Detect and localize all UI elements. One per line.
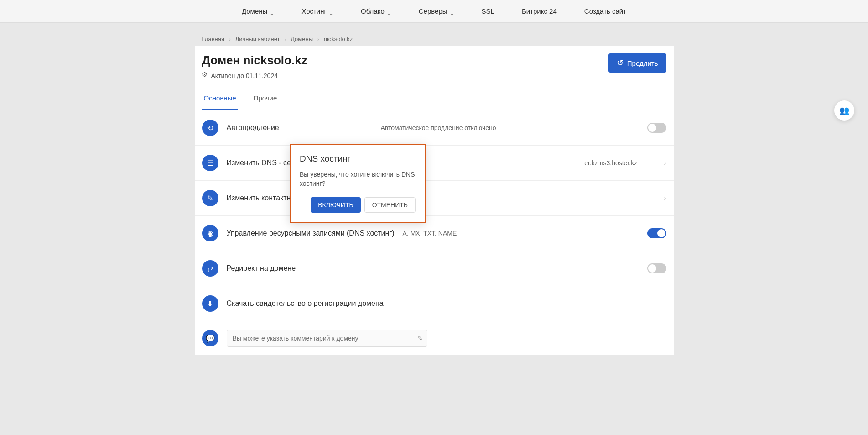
modal-cancel-button[interactable]: ОТМЕНИТЬ xyxy=(364,197,416,213)
domain-status: Активен до 01.11.2024 xyxy=(202,72,307,79)
server-icon: ☰ xyxy=(202,155,218,171)
toggle-autorenew[interactable] xyxy=(647,123,666,133)
nav-cloud[interactable]: Облако xyxy=(361,7,391,15)
setting-label: Скачать свидетельство о регистрации доме… xyxy=(227,299,666,308)
setting-label: Автопродление xyxy=(227,124,373,132)
nav-label: SSL xyxy=(482,7,494,15)
comment-input[interactable] xyxy=(227,330,427,347)
breadcrumb-account[interactable]: Личный кабинет xyxy=(235,36,280,42)
renew-icon xyxy=(617,58,624,68)
nav-label: Облако xyxy=(361,7,385,15)
nav-label: Создать сайт xyxy=(584,7,626,15)
renew-button[interactable]: Продлить xyxy=(608,53,666,73)
nav-bitrix[interactable]: Битрикс 24 xyxy=(522,7,557,15)
setting-dns-servers[interactable]: ☰ Изменить DNS - серверы er.kz ns3.hoste… xyxy=(195,146,674,181)
nav-label: Домены xyxy=(242,7,267,15)
top-navigation: Домены Хостинг Облако Серверы SSL Битрик… xyxy=(0,0,868,23)
chevron-down-icon xyxy=(387,10,391,13)
tabs: Основные Прочие xyxy=(195,87,674,110)
toggle-dns-hosting[interactable] xyxy=(647,228,666,238)
edit-icon: ✎ xyxy=(202,190,218,206)
setting-value: Автоматическое продление отключено xyxy=(381,124,639,131)
setting-label: Редирект на домене xyxy=(227,264,639,273)
modal-confirm-button[interactable]: ВКЛЮЧИТЬ xyxy=(311,197,361,213)
comment-icon: 💬 xyxy=(202,330,218,346)
chevron-right-icon: › xyxy=(284,37,286,42)
setting-redirect: ⇄ Редирект на домене xyxy=(195,251,674,286)
setting-value: A, MX, TXT, NAME xyxy=(403,230,639,237)
setting-label: Управление ресурсными записями (DNS хост… xyxy=(227,229,395,237)
status-text: Активен до 01.11.2024 xyxy=(211,72,278,79)
person-icon: 👥 xyxy=(839,105,849,115)
modal-actions: ВКЛЮЧИТЬ ОТМЕНИТЬ xyxy=(300,197,416,213)
refresh-icon: ⟲ xyxy=(202,120,218,136)
nav-hosting[interactable]: Хостинг xyxy=(301,7,333,15)
modal-title: DNS хостинг xyxy=(300,154,416,164)
setting-download-cert[interactable]: ⬇ Скачать свидетельство о регистрации до… xyxy=(195,286,674,321)
page-header: Домен nicksolo.kz Активен до 01.11.2024 … xyxy=(195,46,674,87)
page-title: Домен nicksolo.kz xyxy=(202,53,307,68)
pencil-icon[interactable]: ✎ xyxy=(417,335,423,342)
renew-label: Продлить xyxy=(627,59,658,67)
chevron-right-icon: › xyxy=(664,159,666,167)
nav-label: Битрикс 24 xyxy=(522,7,557,15)
redirect-icon: ⇄ xyxy=(202,260,218,277)
modal-text: Вы уверены, что хотите включить DNS хост… xyxy=(300,170,416,188)
breadcrumb-current: nicksolo.kz xyxy=(324,36,353,42)
nav-servers[interactable]: Серверы xyxy=(419,7,454,15)
setting-autorenew: ⟲ Автопродление Автоматическое продление… xyxy=(195,110,674,146)
nav-label: Серверы xyxy=(419,7,447,15)
toggle-redirect[interactable] xyxy=(647,263,666,273)
setting-contact-data[interactable]: ✎ Изменить контактные данные владельца › xyxy=(195,181,674,216)
breadcrumb: Главная › Личный кабинет › Домены › nick… xyxy=(195,32,674,46)
chevron-down-icon xyxy=(270,10,274,13)
chevron-right-icon: › xyxy=(664,194,666,202)
content-container: Главная › Личный кабинет › Домены › nick… xyxy=(195,23,674,364)
breadcrumb-domains[interactable]: Домены xyxy=(291,36,313,42)
dns-hosting-modal: DNS хостинг Вы уверены, что хотите включ… xyxy=(290,144,426,223)
breadcrumb-home[interactable]: Главная xyxy=(202,36,224,42)
chevron-right-icon: › xyxy=(317,37,319,42)
nav-create-site[interactable]: Создать сайт xyxy=(584,7,626,15)
main-panel: Основные Прочие ⟲ Автопродление Автомати… xyxy=(195,87,674,355)
setting-dns-hosting: ◉ Управление ресурсными записями (DNS хо… xyxy=(195,216,674,251)
chevron-right-icon: › xyxy=(229,37,231,42)
chevron-down-icon xyxy=(329,10,333,13)
tab-other[interactable]: Прочие xyxy=(252,87,279,110)
nav-ssl[interactable]: SSL xyxy=(482,7,494,15)
download-icon: ⬇ xyxy=(202,295,218,312)
nav-label: Хостинг xyxy=(301,7,327,15)
page-wrapper: Домены Хостинг Облако Серверы SSL Битрик… xyxy=(0,0,868,435)
setting-comment: 💬 ✎ xyxy=(195,321,674,355)
support-button[interactable]: 👥 xyxy=(834,100,854,121)
chevron-down-icon xyxy=(450,10,454,13)
records-icon: ◉ xyxy=(202,225,218,241)
tab-main[interactable]: Основные xyxy=(202,87,238,110)
nav-domains[interactable]: Домены xyxy=(242,7,274,15)
gear-icon xyxy=(202,73,208,79)
